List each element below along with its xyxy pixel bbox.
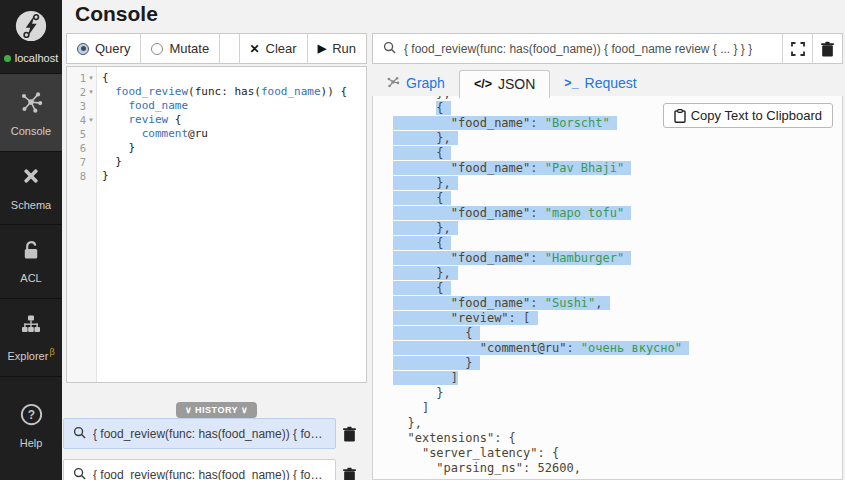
clear-button[interactable]: ✕ Clear: [239, 34, 307, 63]
sidebar-item-help[interactable]: ? Help: [0, 377, 62, 480]
query-editor[interactable]: 1▾2▾34▾5678 { food_review(func: has(food…: [66, 66, 367, 383]
ratel-console-app: { "app": { "title": "Console" }, "colors…: [0, 0, 845, 480]
dgraph-logo-icon: [14, 9, 48, 47]
search-icon: [73, 425, 86, 443]
graph-icon: [386, 75, 400, 92]
fullscreen-button[interactable]: [782, 34, 812, 63]
tab-request[interactable]: >_ Request: [550, 70, 650, 96]
fullscreen-icon: [791, 42, 805, 56]
sidebar-item-console[interactable]: Console: [0, 74, 62, 152]
network-graph-icon: [18, 89, 44, 119]
result-query-text: { food_review(func: has(food_name)) { fo…: [404, 42, 752, 56]
result-query-display[interactable]: { food_review(func: has(food_name)) { fo…: [373, 34, 782, 63]
sidebar-item-label: Help: [20, 437, 43, 449]
toolbar-spacer: [220, 34, 238, 63]
terminal-icon: >_: [564, 76, 578, 90]
history-toggle[interactable]: ∨ HISTORY ∨: [66, 399, 367, 418]
history-entry-text: { food_review(func: has(food_name)) { fo…: [93, 427, 326, 441]
code-icon: </>: [474, 77, 492, 91]
sidebar-item-label: Explorerβ: [7, 347, 54, 362]
sidebar-item-label: Schema: [11, 199, 51, 211]
radio-query-icon[interactable]: [77, 43, 89, 55]
lock-icon: [20, 239, 43, 266]
clear-result-button[interactable]: [812, 34, 842, 63]
query-mode-label: Query: [95, 41, 130, 56]
sidebar-item-explorer[interactable]: Explorerβ: [0, 299, 62, 377]
trash-icon: [342, 467, 357, 480]
history-entry-button[interactable]: { food_review(func: has(food_name)) { fo…: [63, 418, 336, 449]
delete-history-button[interactable]: [336, 459, 363, 480]
sidebar: localhost Console Schema ACL Explorerβ ?…: [0, 0, 62, 480]
sidebar-item-schema[interactable]: Schema: [0, 152, 62, 225]
svg-text:?: ?: [27, 408, 34, 422]
editor-line-gutter: 1▾2▾34▾5678: [67, 67, 97, 382]
radio-mutate-icon[interactable]: [151, 43, 163, 55]
query-mode-radio[interactable]: Query: [67, 34, 141, 63]
delete-history-button[interactable]: [336, 418, 363, 449]
clear-x-icon: ✕: [250, 42, 260, 56]
editor-code[interactable]: { food_review(func: has(food_name)) { fo…: [97, 67, 366, 382]
tab-graph[interactable]: Graph: [372, 70, 459, 96]
copy-to-clipboard-button[interactable]: Copy Text to Clipboard: [663, 103, 833, 128]
run-play-icon: ▶: [318, 42, 326, 55]
sidebar-item-acl[interactable]: ACL: [0, 225, 62, 299]
help-icon: ?: [19, 402, 44, 431]
mutate-mode-radio[interactable]: Mutate: [141, 34, 220, 63]
clipboard-icon: [674, 109, 686, 123]
history-entry-button[interactable]: { food_review(func: has(food_name)) { fo…: [63, 459, 336, 480]
mutate-mode-label: Mutate: [169, 41, 209, 56]
trash-icon: [820, 41, 835, 57]
trash-icon: [342, 426, 357, 442]
history-entry-text: { food_review(func: has(food_name)) { fo…: [93, 468, 326, 480]
sidebar-item-label: Console: [11, 125, 51, 137]
json-result-panel: }, { "food_name": "Borscht" }, { "food_n…: [372, 96, 843, 480]
connection-label: localhost: [15, 52, 58, 64]
json-result-text[interactable]: }, { "food_name": "Borscht" }, { "food_n…: [373, 96, 842, 476]
history-item: { food_review(func: has(food_name)) { fo…: [63, 459, 363, 480]
query-toolbar: Query Mutate ✕ Clear ▶ Run: [66, 33, 367, 64]
sitemap-icon: [19, 313, 43, 341]
search-icon: [73, 466, 86, 480]
history-item: { food_review(func: has(food_name)) { fo…: [63, 418, 363, 449]
tab-json[interactable]: </> JSON: [459, 70, 550, 98]
sidebar-item-label: ACL: [20, 272, 41, 284]
schema-tools-icon: [19, 165, 43, 193]
search-icon: [383, 40, 396, 58]
run-button[interactable]: ▶ Run: [307, 34, 366, 63]
beta-badge: β: [49, 347, 54, 357]
result-query-bar: { food_review(func: has(food_name)) { fo…: [372, 33, 843, 64]
result-tabs: Graph </> JSON >_ Request: [372, 70, 843, 97]
connection-status-dot: [4, 55, 11, 62]
main-content: Console Query Mutate ✕ Clear ▶ Run 1▾2▾3…: [62, 0, 845, 480]
sidebar-connection[interactable]: localhost: [0, 0, 62, 74]
page-title: Console: [75, 2, 158, 26]
